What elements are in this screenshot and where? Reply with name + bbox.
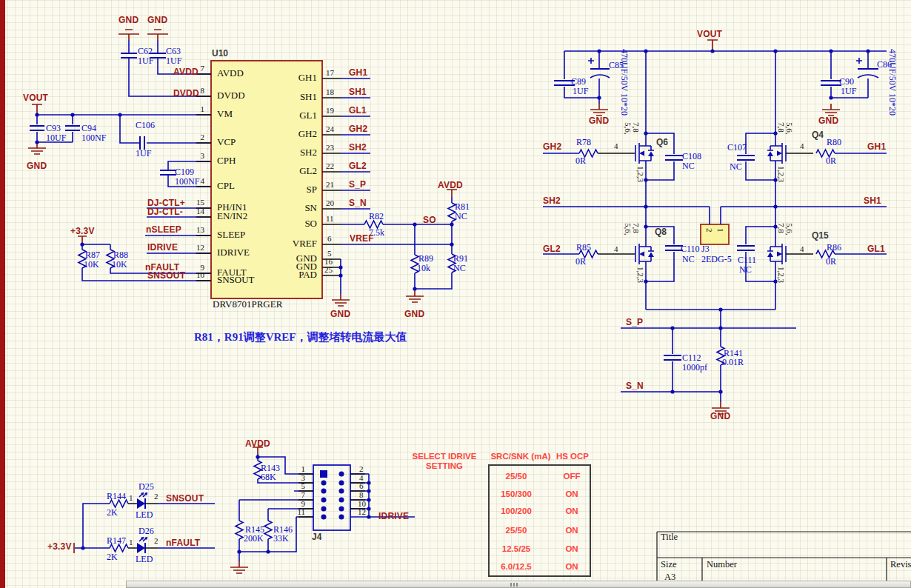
pin-number: 2 — [154, 537, 158, 546]
diode-ref: D26 — [139, 527, 154, 536]
res-ref: R85 — [576, 243, 591, 253]
net-label: S_P — [626, 318, 643, 327]
fet-pin-label: 1,2,3 — [635, 267, 644, 283]
pin-number: 14 — [185, 207, 204, 216]
cap-val: 1UF — [166, 56, 181, 66]
gnd-label: GND — [818, 116, 838, 126]
net-label: GL1 — [867, 244, 885, 254]
gnd-label: GND — [330, 310, 350, 319]
net-label: SO — [423, 216, 436, 225]
pin-number: 4 — [800, 245, 804, 254]
conn-pin: 2 — [704, 228, 713, 233]
pin-number: 13 — [185, 226, 204, 235]
pin-name: GH2 — [265, 129, 317, 139]
table-cell: 100/200 — [487, 507, 545, 515]
res-val: 7.5k — [369, 228, 384, 238]
res-val: 2K — [107, 508, 118, 518]
pin-number: 25 — [324, 266, 333, 275]
pin-number: 4 — [614, 142, 618, 151]
res-ref: R80 — [827, 138, 841, 147]
sheet-border-left — [0, 0, 5, 588]
net-label: IDRIVE — [378, 512, 409, 521]
cap-ref: C106 — [136, 121, 155, 130]
part-number: DRV8701PRGER — [213, 299, 282, 310]
table-cell: ON — [555, 490, 589, 498]
cap-val: 1000pf — [682, 363, 707, 372]
res-ref: R78 — [576, 138, 591, 147]
pin-name: GH1 — [265, 73, 317, 83]
net-label: GH1 — [349, 68, 367, 78]
res-val: NC — [455, 212, 467, 221]
net-label: IDRIVE — [147, 243, 178, 253]
power-label: AVDD — [438, 181, 463, 190]
conn-ref: J3 — [701, 244, 710, 254]
cap-val: 100NF — [81, 133, 106, 143]
cap-ref: C112 — [682, 353, 701, 363]
pin-number: 4 — [614, 245, 618, 254]
net-label: SH1 — [349, 87, 367, 97]
pin-number: 12 — [185, 244, 204, 253]
cap-ref: C110 — [681, 244, 700, 254]
pin-number: 23 — [326, 144, 334, 153]
table-title: SETTING — [409, 461, 480, 470]
titleblock-label: Revision — [890, 560, 911, 569]
cap-ref: C111 — [738, 255, 756, 265]
res-ref: R89 — [418, 254, 433, 264]
pin-number: 17 — [326, 69, 334, 78]
net-label: nFAULT — [166, 538, 200, 548]
pin-number: 2 — [359, 465, 364, 474]
horizontal-scrollbar[interactable] — [126, 581, 911, 588]
pin-name: IDRIVE — [217, 247, 250, 258]
cap-ref: C89 — [571, 77, 586, 87]
net-label: SH1 — [864, 196, 881, 206]
fet-pin-label: 7,8 — [776, 223, 785, 233]
pin-number: 8 — [185, 87, 204, 96]
table-cell: 6.0/12.5 — [487, 562, 545, 571]
pin-number: 22 — [326, 162, 334, 171]
fet-pin-label: 1,2,3 — [776, 166, 785, 182]
cap-bulk-label: 470UF/50V 10*20 — [619, 49, 629, 116]
net-label: DJ-CTL- — [147, 207, 183, 217]
pin-name: VREF — [265, 238, 317, 249]
pin-name: SLEEP — [217, 230, 245, 240]
res-val: 10K — [112, 260, 127, 270]
cap-val: 1UF — [573, 87, 588, 96]
pin-number: 20 — [326, 199, 334, 208]
table-cell: 150/300 — [487, 490, 545, 498]
pin-number: 2 — [154, 492, 158, 501]
cap-bulk-label: 470UF/50V 10*20 — [887, 49, 897, 116]
schematic-canvas[interactable]: GNDGNDC621UFC631UFAVDDDVDDU10VOUTC9310UF… — [0, 0, 911, 588]
fet-pin-label: 5,6, — [623, 223, 632, 235]
cap-ref: C109 — [175, 167, 194, 177]
fet-ref: Q15 — [812, 231, 829, 241]
gnd-label: GND — [589, 116, 609, 126]
titleblock-label: Number — [707, 560, 737, 569]
conn-ref: J4 — [312, 532, 321, 542]
res-val: 68K — [261, 472, 276, 482]
cap-ref: C62 — [138, 47, 153, 56]
cap-val: 1UF — [136, 149, 151, 158]
scrollbar-grip[interactable] — [510, 583, 519, 587]
pin-number: 18 — [326, 88, 334, 97]
cap-ref: C90 — [839, 77, 854, 87]
res-val: 0R — [826, 156, 836, 166]
gnd-label: GND — [27, 161, 47, 171]
table-cell: ON — [555, 544, 589, 553]
titleblock-label: Size — [661, 560, 677, 569]
table-header: HS OCP — [553, 452, 592, 461]
pin-name: SO — [265, 218, 317, 229]
power-label: +3.3V — [47, 542, 72, 552]
diode-part: LED — [136, 555, 153, 564]
fet-pin-label: 5,6, — [784, 122, 793, 135]
res-val: 10K — [84, 260, 99, 270]
res-ref: R86 — [827, 243, 841, 253]
gnd-label: GND — [404, 310, 424, 319]
ic-ref: U10 — [212, 49, 228, 59]
fet-pin-label: 5,6, — [623, 122, 632, 135]
res-ref: R81 — [455, 202, 470, 212]
pin-number: 10 — [185, 271, 204, 280]
res-ref: R147 — [107, 536, 126, 546]
table-title: SELECT IDRIVE — [409, 452, 480, 461]
pin-name: SNSOUT — [217, 275, 255, 285]
net-label: SH2 — [349, 143, 367, 153]
